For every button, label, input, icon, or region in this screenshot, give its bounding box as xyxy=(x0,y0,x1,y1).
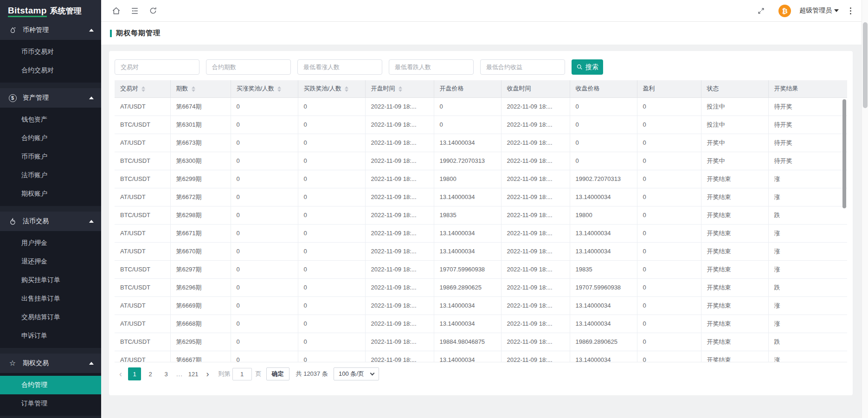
table-cell: 涨 xyxy=(768,315,847,333)
sidebar-item[interactable]: 退还押金 xyxy=(0,252,101,271)
sidebar-group-options-trade[interactable]: ☆期权交易 xyxy=(0,354,101,373)
table-cell: 19800 xyxy=(434,170,501,188)
column-header: 开奖结果 xyxy=(768,80,847,97)
table-cell: 0 xyxy=(637,116,701,134)
column-header[interactable]: 期数 xyxy=(170,80,231,97)
table-cell: 0 xyxy=(231,333,298,351)
column-header[interactable]: 买涨奖池/人数 xyxy=(231,80,298,97)
home-icon[interactable] xyxy=(107,0,125,21)
sidebar-item[interactable]: 交易结算订单 xyxy=(0,308,101,327)
table-cell: 0 xyxy=(298,260,365,278)
filter-period-input[interactable] xyxy=(206,59,291,75)
column-header[interactable]: 开盘时间 xyxy=(365,80,434,97)
table-cell: 2022-11-09 18:... xyxy=(365,315,434,333)
page-number-3[interactable]: 3 xyxy=(160,367,173,380)
sidebar-group-assets[interactable]: $资产管理 xyxy=(0,88,101,108)
sidebar-item[interactable]: 钱包资产 xyxy=(0,110,101,129)
page-number-2[interactable]: 2 xyxy=(144,367,157,380)
table-cell: 0 xyxy=(231,351,298,362)
table-cell: AT/USDT xyxy=(115,188,170,206)
table-cell: 涨 xyxy=(768,188,847,206)
search-button[interactable]: 搜索 xyxy=(572,59,603,75)
sidebar-item[interactable]: 申诉订单 xyxy=(0,327,101,345)
table-row: AT/USDT第6670期002022-11-09 18:...13.14000… xyxy=(115,242,847,260)
table-cell: 第6301期 xyxy=(170,116,231,134)
table-cell: 0 xyxy=(231,116,298,134)
page-number-1[interactable]: 1 xyxy=(128,367,141,380)
page-size-select[interactable]: 100 条/页 xyxy=(334,367,379,380)
table-scrollbar-thumb[interactable] xyxy=(842,99,846,208)
next-page-icon[interactable]: › xyxy=(202,367,214,380)
sidebar-item[interactable]: 购买挂单订单 xyxy=(0,271,101,289)
sidebar-item[interactable]: 币币交易对 xyxy=(0,43,101,61)
page-scrollbar[interactable] xyxy=(862,0,868,418)
sort-icon[interactable] xyxy=(345,86,348,92)
table-cell: 第6672期 xyxy=(170,188,231,206)
dollar-coin-icon: $ xyxy=(8,93,17,103)
sidebar-item[interactable]: 合约交易对 xyxy=(0,61,101,80)
sort-icon[interactable] xyxy=(277,86,281,92)
table-cell: 19869.2890625 xyxy=(570,333,637,351)
sidebar-toggle-icon[interactable] xyxy=(125,0,144,21)
filter-min-bear-input[interactable] xyxy=(389,59,474,75)
sidebar-item[interactable]: 用户押金 xyxy=(0,234,101,252)
table-cell: 0 xyxy=(231,97,298,116)
options-table: 交易对期数买涨奖池/人数买跌奖池/人数开盘时间开盘价格收盘时间收盘价格盈利状态开… xyxy=(115,80,847,362)
page-number-121[interactable]: 121 xyxy=(186,367,200,380)
sidebar-item-label: 合约账户 xyxy=(21,134,47,142)
app-logo: Bitstamp 系统管理 xyxy=(0,0,101,20)
table-cell: 第6673期 xyxy=(170,134,231,152)
refresh-icon[interactable] xyxy=(144,0,162,21)
filter-min-profit-input[interactable] xyxy=(480,59,565,75)
confirm-page-button[interactable]: 确定 xyxy=(266,367,289,380)
column-header: 收盘时间 xyxy=(501,80,570,97)
sidebar-item[interactable]: 订单管理 xyxy=(0,394,101,413)
table-cell: BTC/USDT xyxy=(115,116,170,134)
table-cell: 涨 xyxy=(768,351,847,362)
goto-suffix: 页 xyxy=(256,370,262,378)
sort-icon[interactable] xyxy=(141,86,145,92)
sidebar-item[interactable]: 期权账户 xyxy=(0,185,101,203)
column-header[interactable]: 买跌奖池/人数 xyxy=(298,80,365,97)
table-cell: 第6297期 xyxy=(170,260,231,278)
table-cell: 0 xyxy=(637,333,701,351)
table-cell: AT/USDT xyxy=(115,351,170,362)
prev-page-icon[interactable]: ‹ xyxy=(115,367,127,380)
collapse-arrow-icon xyxy=(89,96,94,99)
goto-page-input[interactable] xyxy=(232,368,252,380)
sidebar-item[interactable]: 法币账户 xyxy=(0,166,101,185)
table-cell: 2022-11-09 18:... xyxy=(365,296,434,315)
filter-min-bull-input[interactable] xyxy=(297,59,382,75)
user-menu[interactable]: 超级管理员 xyxy=(799,6,839,15)
table-cell: 13.14000034 xyxy=(570,188,637,206)
sort-icon[interactable] xyxy=(192,86,195,92)
sidebar-item[interactable]: 合约账户 xyxy=(0,129,101,148)
sidebar-item[interactable]: 合约管理 xyxy=(0,376,101,394)
more-menu-icon[interactable] xyxy=(847,6,854,16)
chevron-down-icon xyxy=(834,9,839,12)
sidebar-item[interactable]: 出售挂单订单 xyxy=(0,289,101,308)
sidebar-item[interactable]: 币币账户 xyxy=(0,148,101,166)
table-cell: 跌 xyxy=(768,206,847,224)
table-cell: 19835 xyxy=(434,206,501,224)
column-header[interactable]: 交易对 xyxy=(115,80,170,97)
table-row: BTC/USDT第6295期002022-11-09 18:...19884.9… xyxy=(115,333,847,351)
sidebar-item-label: 合约交易对 xyxy=(21,66,54,75)
sort-icon[interactable] xyxy=(399,86,402,92)
page-scrollbar-thumb[interactable] xyxy=(863,22,868,108)
table-cell: 0 xyxy=(231,188,298,206)
table-cell: 第6667期 xyxy=(170,351,231,362)
sidebar-item-label: 购买挂单订单 xyxy=(21,276,60,284)
fullscreen-icon[interactable] xyxy=(752,0,770,21)
pagination: ‹ 123...121 › 到第 页 确定 共 12037 条 100 条/页 xyxy=(115,367,847,380)
sidebar-group-fiat-trade[interactable]: 法币交易 xyxy=(0,212,101,231)
table-cell: 第6295期 xyxy=(170,333,231,351)
total-count: 共 12037 条 xyxy=(296,370,328,378)
filter-bar: 搜索 xyxy=(115,59,847,75)
table-cell: 开奖结束 xyxy=(701,206,768,224)
sidebar-group-currency[interactable]: 币种管理 xyxy=(0,20,101,40)
filter-pair-input[interactable] xyxy=(115,59,199,75)
avatar[interactable]: ₿ xyxy=(778,5,791,17)
table-cell: 第6299期 xyxy=(170,170,231,188)
table-cell: 涨 xyxy=(768,242,847,260)
